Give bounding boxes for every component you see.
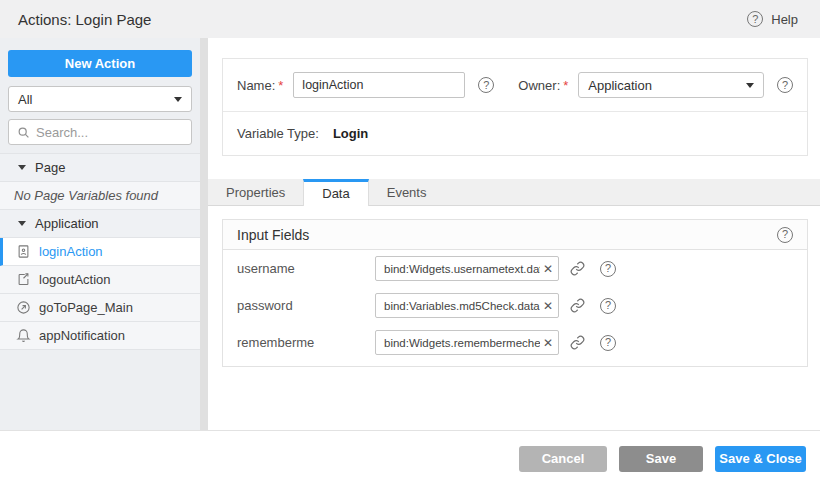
clear-bind-icon[interactable] <box>543 300 553 312</box>
notification-icon <box>16 328 31 343</box>
input-field-row-rememberme: rememberme <box>223 324 807 361</box>
variable-type-value: Login <box>333 126 368 141</box>
name-help-icon[interactable] <box>478 77 494 93</box>
caret-down-icon <box>18 221 26 226</box>
tree-group-application[interactable]: Application <box>0 210 200 238</box>
header: Actions: Login Page Help <box>0 0 820 38</box>
cancel-button[interactable]: Cancel <box>519 446 607 472</box>
tree-item-logoutAction[interactable]: logoutAction <box>0 266 200 294</box>
field-label: rememberme <box>237 335 375 350</box>
bind-value-box <box>375 330 559 355</box>
caret-down-icon <box>18 165 26 170</box>
tree-group-label: Page <box>35 160 65 175</box>
field-help-icon[interactable] <box>600 335 616 351</box>
name-owner-row: Name:* Owner:* Application <box>223 59 807 111</box>
tree-item-label: logoutAction <box>39 272 111 287</box>
search-icon <box>17 126 30 139</box>
tab-data[interactable]: Data <box>303 179 368 206</box>
required-asterisk: * <box>278 78 283 93</box>
content: New Action All Page No Page Variables fo… <box>0 38 820 430</box>
save-and-close-button[interactable]: Save & Close <box>715 446 806 472</box>
tree-group-page[interactable]: Page <box>0 154 200 182</box>
clear-bind-icon[interactable] <box>543 337 553 349</box>
input-fields-help-icon[interactable] <box>777 227 793 243</box>
panel-divider[interactable] <box>200 38 208 430</box>
name-input[interactable] <box>293 72 465 98</box>
bind-value-box <box>375 293 559 318</box>
input-fields-header: Input Fields <box>223 220 807 250</box>
field-help-icon[interactable] <box>600 298 616 314</box>
bind-value-input[interactable] <box>384 337 540 349</box>
bind-value-input[interactable] <box>384 263 540 275</box>
sidebar-filler <box>0 350 200 430</box>
help-button[interactable]: Help <box>747 11 798 27</box>
variable-type-row: Variable Type: Login <box>223 112 807 155</box>
tab-properties[interactable]: Properties <box>208 179 303 205</box>
goto-page-icon <box>16 300 31 315</box>
input-field-row-password: password <box>223 287 807 324</box>
page-title: Actions: Login Page <box>18 11 151 28</box>
new-action-button[interactable]: New Action <box>8 50 192 77</box>
tree-item-label: loginAction <box>39 244 103 259</box>
owner-help-icon[interactable] <box>777 77 793 93</box>
bind-value-box <box>375 256 559 281</box>
page-empty-message: No Page Variables found <box>0 182 200 210</box>
variable-type-label: Variable Type: <box>237 126 319 141</box>
main-panel: Name:* Owner:* Application Variable Type… <box>208 38 820 430</box>
search-box[interactable] <box>8 119 192 145</box>
footer-actions: Cancel Save Save & Close <box>0 430 820 486</box>
actions-dialog: Actions: Login Page Help New Action All … <box>0 0 820 486</box>
bind-link-icon[interactable] <box>570 335 585 350</box>
logout-icon <box>16 272 31 287</box>
bind-link-icon[interactable] <box>570 261 585 276</box>
input-fields-title: Input Fields <box>237 227 309 243</box>
required-asterisk: * <box>563 78 568 93</box>
tab-bar: Properties Data Events <box>208 179 820 206</box>
tree-item-goToPage_Main[interactable]: goToPage_Main <box>0 294 200 322</box>
tree-item-label: goToPage_Main <box>39 300 133 315</box>
sidebar: New Action All Page No Page Variables fo… <box>0 38 200 430</box>
login-icon <box>16 244 31 259</box>
help-icon <box>747 11 763 27</box>
field-label: username <box>237 261 375 276</box>
help-label: Help <box>771 12 798 27</box>
bind-link-icon[interactable] <box>570 298 585 313</box>
clear-bind-icon[interactable] <box>543 263 553 275</box>
input-field-row-username: username <box>223 250 807 287</box>
action-summary-panel: Name:* Owner:* Application Variable Type… <box>222 58 808 156</box>
owner-select[interactable]: Application <box>578 72 764 98</box>
field-label: password <box>237 298 375 313</box>
chevron-down-icon <box>174 97 182 102</box>
field-help-icon[interactable] <box>600 261 616 277</box>
tree-item-label: appNotification <box>39 328 125 343</box>
tab-events[interactable]: Events <box>369 179 445 205</box>
owner-value: Application <box>588 78 652 93</box>
tree-group-label: Application <box>35 216 99 231</box>
tree-item-loginAction[interactable]: loginAction <box>0 238 200 266</box>
bind-value-input[interactable] <box>384 300 540 312</box>
save-button[interactable]: Save <box>619 446 703 472</box>
filter-select[interactable]: All <box>8 86 192 112</box>
owner-label: Owner: <box>518 78 560 93</box>
chevron-down-icon <box>746 83 754 88</box>
search-input[interactable] <box>36 125 183 140</box>
input-fields-panel: Input Fields username password <box>222 219 808 367</box>
variables-tree: Page No Page Variables found Application… <box>0 153 200 350</box>
tree-item-appNotification[interactable]: appNotification <box>0 322 200 350</box>
name-label: Name: <box>237 78 275 93</box>
filter-value: All <box>18 92 32 107</box>
